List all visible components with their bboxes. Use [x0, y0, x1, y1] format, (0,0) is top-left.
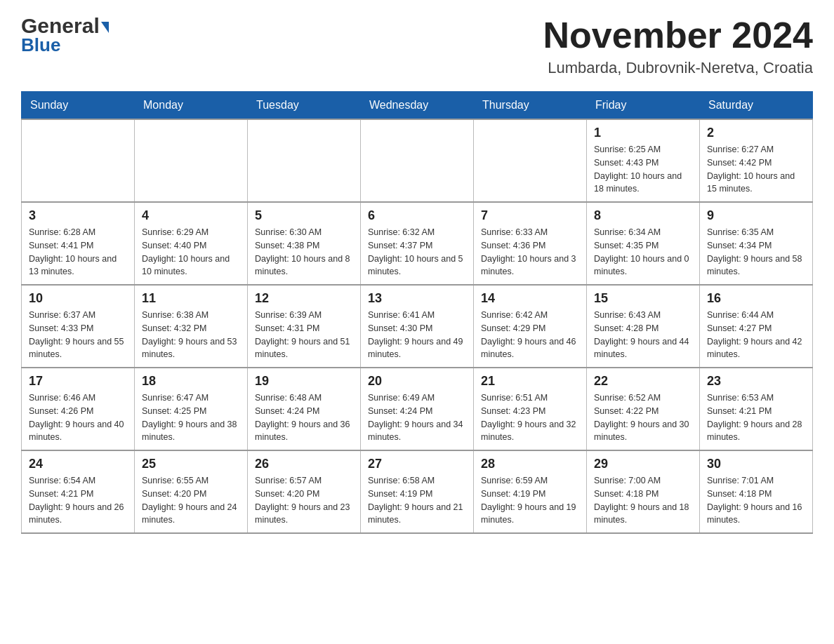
calendar-cell	[361, 119, 474, 202]
day-number: 13	[368, 291, 466, 306]
calendar-cell: 22Sunrise: 6:52 AMSunset: 4:22 PMDayligh…	[587, 368, 700, 450]
calendar-table: SundayMondayTuesdayWednesdayThursdayFrid…	[21, 91, 813, 534]
day-number: 11	[142, 291, 240, 306]
calendar-cell: 1Sunrise: 6:25 AMSunset: 4:43 PMDaylight…	[587, 119, 700, 202]
day-number: 28	[481, 457, 579, 471]
day-number: 22	[594, 374, 692, 389]
title-block: November 2024 Lumbarda, Dubrovnik-Neretv…	[543, 14, 813, 77]
day-number: 5	[255, 208, 353, 223]
calendar-cell	[248, 119, 361, 202]
day-info: Sunrise: 6:53 AMSunset: 4:21 PMDaylight:…	[707, 391, 805, 444]
calendar-cell: 12Sunrise: 6:39 AMSunset: 4:31 PMDayligh…	[248, 285, 361, 368]
day-number: 6	[368, 208, 466, 223]
day-info: Sunrise: 6:39 AMSunset: 4:31 PMDaylight:…	[255, 309, 353, 361]
calendar-title: November 2024	[543, 14, 813, 56]
calendar-cell	[135, 119, 248, 202]
col-header-tuesday: Tuesday	[248, 92, 361, 120]
week-row-1: 1Sunrise: 6:25 AMSunset: 4:43 PMDaylight…	[22, 119, 813, 202]
day-info: Sunrise: 6:52 AMSunset: 4:22 PMDaylight:…	[594, 391, 692, 444]
day-info: Sunrise: 6:58 AMSunset: 4:19 PMDaylight:…	[368, 474, 466, 527]
calendar-cell	[22, 119, 135, 202]
day-info: Sunrise: 7:01 AMSunset: 4:18 PMDaylight:…	[707, 474, 805, 527]
col-header-sunday: Sunday	[22, 92, 135, 120]
col-header-friday: Friday	[587, 92, 700, 120]
day-info: Sunrise: 6:48 AMSunset: 4:24 PMDaylight:…	[255, 391, 353, 444]
day-info: Sunrise: 6:55 AMSunset: 4:20 PMDaylight:…	[142, 474, 240, 527]
day-number: 23	[707, 374, 805, 389]
calendar-cell: 26Sunrise: 6:57 AMSunset: 4:20 PMDayligh…	[248, 450, 361, 533]
day-info: Sunrise: 6:34 AMSunset: 4:35 PMDaylight:…	[594, 226, 692, 279]
calendar-cell: 25Sunrise: 6:55 AMSunset: 4:20 PMDayligh…	[135, 450, 248, 533]
day-number: 9	[707, 208, 805, 223]
calendar-cell: 5Sunrise: 6:30 AMSunset: 4:38 PMDaylight…	[248, 202, 361, 285]
day-number: 27	[368, 457, 466, 471]
day-info: Sunrise: 6:59 AMSunset: 4:19 PMDaylight:…	[481, 474, 579, 527]
calendar-cell: 29Sunrise: 7:00 AMSunset: 4:18 PMDayligh…	[587, 450, 700, 533]
calendar-cell: 15Sunrise: 6:43 AMSunset: 4:28 PMDayligh…	[587, 285, 700, 368]
calendar-cell: 6Sunrise: 6:32 AMSunset: 4:37 PMDaylight…	[361, 202, 474, 285]
day-number: 7	[481, 208, 579, 223]
day-number: 18	[142, 374, 240, 389]
week-row-2: 3Sunrise: 6:28 AMSunset: 4:41 PMDaylight…	[22, 202, 813, 285]
calendar-subtitle: Lumbarda, Dubrovnik-Neretva, Croatia	[543, 59, 813, 77]
day-info: Sunrise: 6:46 AMSunset: 4:26 PMDaylight:…	[29, 391, 127, 444]
day-number: 30	[707, 457, 805, 471]
calendar-cell: 23Sunrise: 6:53 AMSunset: 4:21 PMDayligh…	[700, 368, 813, 450]
week-row-5: 24Sunrise: 6:54 AMSunset: 4:21 PMDayligh…	[22, 450, 813, 533]
day-info: Sunrise: 6:27 AMSunset: 4:42 PMDaylight:…	[707, 143, 805, 196]
day-number: 8	[594, 208, 692, 223]
day-info: Sunrise: 6:43 AMSunset: 4:28 PMDaylight:…	[594, 309, 692, 361]
calendar-cell: 9Sunrise: 6:35 AMSunset: 4:34 PMDaylight…	[700, 202, 813, 285]
day-info: Sunrise: 6:37 AMSunset: 4:33 PMDaylight:…	[29, 309, 127, 361]
day-info: Sunrise: 6:29 AMSunset: 4:40 PMDaylight:…	[142, 226, 240, 279]
col-header-wednesday: Wednesday	[361, 92, 474, 120]
calendar-cell: 21Sunrise: 6:51 AMSunset: 4:23 PMDayligh…	[474, 368, 587, 450]
calendar-cell: 13Sunrise: 6:41 AMSunset: 4:30 PMDayligh…	[361, 285, 474, 368]
day-info: Sunrise: 6:38 AMSunset: 4:32 PMDaylight:…	[142, 309, 240, 361]
day-number: 25	[142, 457, 240, 471]
logo-blue: Blue	[21, 36, 109, 54]
calendar-cell: 2Sunrise: 6:27 AMSunset: 4:42 PMDaylight…	[700, 119, 813, 202]
col-header-thursday: Thursday	[474, 92, 587, 120]
calendar-cell: 27Sunrise: 6:58 AMSunset: 4:19 PMDayligh…	[361, 450, 474, 533]
calendar-cell: 4Sunrise: 6:29 AMSunset: 4:40 PMDaylight…	[135, 202, 248, 285]
day-number: 26	[255, 457, 353, 471]
calendar-cell	[474, 119, 587, 202]
calendar-cell: 30Sunrise: 7:01 AMSunset: 4:18 PMDayligh…	[700, 450, 813, 533]
day-info: Sunrise: 6:49 AMSunset: 4:24 PMDaylight:…	[368, 391, 466, 444]
day-info: Sunrise: 6:57 AMSunset: 4:20 PMDaylight:…	[255, 474, 353, 527]
calendar-cell: 3Sunrise: 6:28 AMSunset: 4:41 PMDaylight…	[22, 202, 135, 285]
calendar-cell: 16Sunrise: 6:44 AMSunset: 4:27 PMDayligh…	[700, 285, 813, 368]
day-number: 15	[594, 291, 692, 306]
day-info: Sunrise: 6:42 AMSunset: 4:29 PMDaylight:…	[481, 309, 579, 361]
day-number: 3	[29, 208, 127, 223]
day-info: Sunrise: 7:00 AMSunset: 4:18 PMDaylight:…	[594, 474, 692, 527]
calendar-cell: 8Sunrise: 6:34 AMSunset: 4:35 PMDaylight…	[587, 202, 700, 285]
day-info: Sunrise: 6:41 AMSunset: 4:30 PMDaylight:…	[368, 309, 466, 361]
calendar-cell: 14Sunrise: 6:42 AMSunset: 4:29 PMDayligh…	[474, 285, 587, 368]
day-info: Sunrise: 6:30 AMSunset: 4:38 PMDaylight:…	[255, 226, 353, 279]
day-info: Sunrise: 6:54 AMSunset: 4:21 PMDaylight:…	[29, 474, 127, 527]
page-header: General Blue November 2024 Lumbarda, Dub…	[21, 14, 813, 77]
day-number: 2	[707, 126, 805, 140]
calendar-cell: 18Sunrise: 6:47 AMSunset: 4:25 PMDayligh…	[135, 368, 248, 450]
logo: General Blue	[21, 14, 109, 54]
calendar-cell: 24Sunrise: 6:54 AMSunset: 4:21 PMDayligh…	[22, 450, 135, 533]
day-info: Sunrise: 6:28 AMSunset: 4:41 PMDaylight:…	[29, 226, 127, 279]
calendar-cell: 11Sunrise: 6:38 AMSunset: 4:32 PMDayligh…	[135, 285, 248, 368]
calendar-cell: 17Sunrise: 6:46 AMSunset: 4:26 PMDayligh…	[22, 368, 135, 450]
day-number: 16	[707, 291, 805, 306]
calendar-cell: 28Sunrise: 6:59 AMSunset: 4:19 PMDayligh…	[474, 450, 587, 533]
calendar-cell: 19Sunrise: 6:48 AMSunset: 4:24 PMDayligh…	[248, 368, 361, 450]
day-info: Sunrise: 6:47 AMSunset: 4:25 PMDaylight:…	[142, 391, 240, 444]
day-number: 21	[481, 374, 579, 389]
day-number: 10	[29, 291, 127, 306]
day-info: Sunrise: 6:51 AMSunset: 4:23 PMDaylight:…	[481, 391, 579, 444]
week-row-3: 10Sunrise: 6:37 AMSunset: 4:33 PMDayligh…	[22, 285, 813, 368]
day-info: Sunrise: 6:33 AMSunset: 4:36 PMDaylight:…	[481, 226, 579, 279]
day-info: Sunrise: 6:32 AMSunset: 4:37 PMDaylight:…	[368, 226, 466, 279]
day-number: 29	[594, 457, 692, 471]
day-info: Sunrise: 6:35 AMSunset: 4:34 PMDaylight:…	[707, 226, 805, 279]
calendar-cell: 20Sunrise: 6:49 AMSunset: 4:24 PMDayligh…	[361, 368, 474, 450]
col-header-saturday: Saturday	[700, 92, 813, 120]
